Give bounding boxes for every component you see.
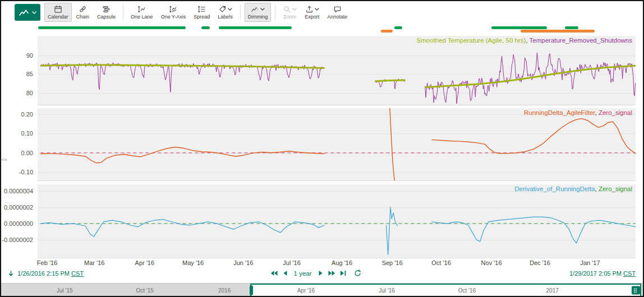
one-lane-icon: [137, 5, 146, 13]
green-condition-capsule-segment[interactable]: [201, 26, 210, 29]
legend-item[interactable]: Smoothed Temperature (Agile, 50 hrs): [417, 37, 526, 44]
toolbar-button-label: One Y-Axis: [161, 14, 186, 20]
lane-legend: Derivative_of_RunningDelta, Zero_signal: [514, 185, 632, 192]
toolbar-separator: [240, 5, 241, 20]
auto-update-button[interactable]: [353, 270, 362, 277]
annotate-icon: [333, 5, 342, 13]
trend-analysis-window: CalendarChainCapsuleOne LaneOne Y-AxisSp…: [0, 0, 644, 297]
go-to-end-button[interactable]: [339, 270, 348, 276]
timeline-scrubber[interactable]: Jul '15Oct '152016Apr '16Jul '16Oct '162…: [1, 283, 643, 297]
end-timezone-link[interactable]: CST: [623, 270, 636, 277]
timeline-label: Apr '16: [297, 287, 315, 294]
one-y-axis-icon: [169, 5, 177, 13]
toolbar-button-label: Spread: [194, 14, 210, 20]
lane-legend: RunningDelta_AgileFilter, Zero_signal: [524, 109, 632, 116]
labels-icon: [218, 5, 227, 13]
toolbar-button-one-y-axis[interactable]: One Y-Axis: [158, 3, 190, 22]
investigate-range-icon[interactable]: [8, 270, 14, 277]
timeline-label: Jul '15: [57, 287, 73, 294]
timeline-label: Oct '16: [458, 287, 476, 294]
lane-plot[interactable]: [38, 184, 636, 258]
toolbar-button-annotate[interactable]: Annotate: [324, 3, 351, 22]
green-condition-capsule-segment[interactable]: [219, 26, 292, 29]
toolbar-icon-row: [54, 5, 62, 13]
x-axis-label: May '16: [182, 259, 204, 266]
x-axis-label: Oct '16: [431, 259, 451, 266]
pan-back-button[interactable]: [281, 270, 289, 276]
display-range-start[interactable]: 1/26/2016 2:15 PM CST: [17, 270, 84, 277]
spread-icon: [197, 5, 206, 13]
toolbar-button-label: Chain: [76, 14, 90, 20]
grip-dots-icon: [634, 288, 635, 289]
green-condition-capsule-segment[interactable]: [565, 26, 578, 29]
toolbar-icon-row: [79, 5, 87, 13]
legend-item[interactable]: Derivative_of_RunningDelta: [514, 185, 595, 192]
toolbar-button-export[interactable]: Export: [301, 3, 323, 22]
toolbar-button-label: Annotate: [327, 14, 347, 20]
timeline-label: 2017: [546, 287, 559, 294]
duration-label[interactable]: 1 year: [294, 270, 312, 277]
pan-back-full-button[interactable]: [269, 270, 279, 276]
toolbar-button-label: Calendar: [48, 14, 68, 20]
lane-plot[interactable]: [38, 36, 636, 105]
x-axis-label: Jan '17: [580, 259, 600, 266]
y-axis-tick: 85: [26, 71, 33, 77]
time-navigation: 1 year: [269, 270, 362, 277]
toolbar-icon-row: [251, 5, 265, 13]
green-condition-capsule-segment[interactable]: [394, 26, 402, 29]
caret-down-icon: [260, 8, 265, 11]
x-axis-label: Mar '16: [84, 259, 104, 266]
collapse-glyph: «»: [1, 157, 7, 163]
legend-item[interactable]: Temperature_Removed_Shutdowns: [530, 37, 632, 44]
legend-item[interactable]: Zero_signal: [599, 185, 632, 192]
pan-forward-button[interactable]: [317, 270, 325, 276]
toolbar-button-label: Dimming: [248, 14, 268, 20]
panel-collapse-handle[interactable]: «»: [1, 24, 7, 296]
y-axis-tick: 0.0000004: [4, 188, 33, 194]
toolbar: CalendarChainCapsuleOne LaneOne Y-AxisSp…: [1, 1, 643, 24]
timeline-label: Oct '15: [136, 287, 154, 294]
toolbar-button-chain[interactable]: Chain: [73, 3, 93, 22]
capsule-row-orange: [38, 30, 636, 33]
zoom-icon: [283, 5, 291, 13]
lane-temperature[interactable]: Smoothed Temperature (Agile, 50 hrs), Te…: [38, 36, 636, 105]
y-axis-tick: 0.0000000: [4, 220, 33, 227]
x-axis-label: Dec '16: [530, 259, 550, 266]
toolbar-button-spread[interactable]: Spread: [190, 3, 213, 22]
x-axis-label: Sep '16: [382, 259, 403, 266]
toolbar-button-label: Labels: [218, 14, 233, 20]
legend-item[interactable]: RunningDelta_AgileFilter: [524, 109, 595, 116]
green-condition-capsule-segment[interactable]: [38, 26, 186, 29]
toolbar-button-dimming[interactable]: Dimming: [245, 3, 272, 22]
x-axis-label: Nov '16: [481, 259, 502, 266]
orange-condition-capsule-segment[interactable]: [381, 30, 393, 33]
caret-down-icon: [228, 8, 232, 11]
chart-type-button[interactable]: [15, 4, 40, 21]
end-timestamp: 1/29/2017 2:05 PM: [569, 270, 622, 277]
y-axis-tick: 0.0000002: [4, 204, 33, 211]
lane-running-delta[interactable]: RunningDelta_AgileFilter, Zero_signal 0.…: [38, 108, 636, 181]
toolbar-button-labels[interactable]: Labels: [214, 3, 236, 22]
x-axis-label: Jul '16: [283, 259, 300, 266]
lane-plot[interactable]: [38, 108, 636, 180]
pan-forward-full-button[interactable]: [327, 270, 337, 276]
y-axis-tick: 90: [26, 52, 33, 59]
toolbar-icon-row: [169, 5, 177, 13]
start-timezone-link[interactable]: CST: [71, 270, 84, 277]
x-axis-label: Apr '16: [135, 259, 155, 266]
toolbar-button-capsule[interactable]: Capsule: [94, 3, 119, 22]
toolbar-icon-row: [102, 5, 111, 13]
legend-item[interactable]: Zero_signal: [599, 109, 632, 116]
timeline-left-handle[interactable]: [250, 285, 253, 295]
lane-derivative[interactable]: Derivative_of_RunningDelta, Zero_signal …: [38, 184, 636, 258]
caret-down-icon: [315, 8, 319, 11]
green-condition-capsule-segment[interactable]: [491, 26, 547, 29]
toolbar-button-one-lane[interactable]: One Lane: [127, 3, 157, 22]
display-range-end[interactable]: 1/29/2017 2:05 PM CST: [569, 270, 636, 277]
toolbar-button-calendar[interactable]: Calendar: [44, 3, 72, 22]
toolbar-icon-row: [197, 5, 206, 13]
start-timestamp: 1/26/2016 2:15 PM: [17, 270, 70, 277]
orange-condition-capsule-segment[interactable]: [521, 30, 595, 33]
timeline-right-handle[interactable]: [632, 286, 640, 295]
timeline-label: 2016: [218, 287, 231, 294]
